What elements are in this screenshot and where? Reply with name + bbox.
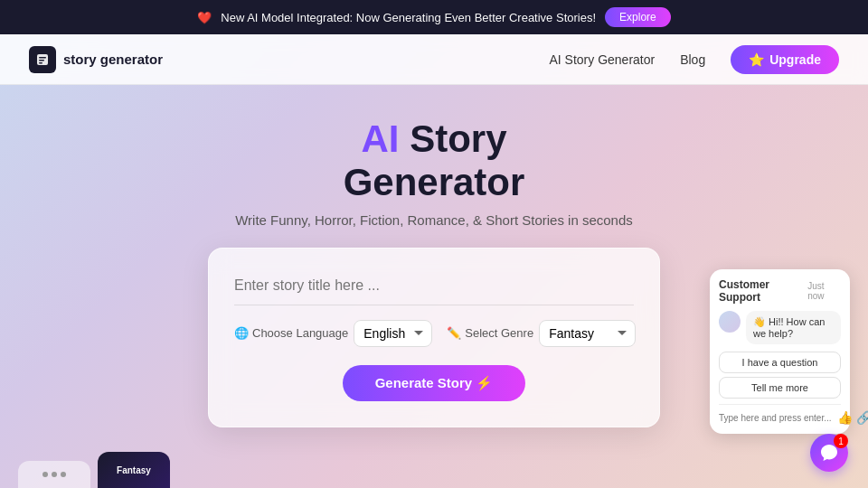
- notification-bar: ❤️ New AI Model Integrated: Now Generati…: [0, 0, 868, 34]
- fantasy-label: Fantasy: [117, 465, 151, 475]
- genre-selector-wrap: ✏️ Select Genre Fantasy Horror Romance F…: [447, 320, 636, 347]
- notif-message: New AI Model Integrated: Now Generating …: [221, 11, 596, 24]
- story-title-input[interactable]: [234, 270, 634, 305]
- nav-blog[interactable]: Blog: [680, 52, 705, 67]
- main-subtitle: Write Funny, Horror, Fiction, Romance, &…: [235, 212, 633, 228]
- genre-label: ✏️ Select Genre: [447, 326, 533, 340]
- chat-avatar: [719, 311, 741, 333]
- upgrade-button[interactable]: ⭐ Upgrade: [731, 45, 839, 74]
- chat-time: Just now: [807, 281, 841, 301]
- chat-input-row: 👍 🔗 😊: [719, 404, 841, 425]
- language-icon: 🌐: [234, 326, 249, 340]
- explore-button[interactable]: Explore: [605, 7, 671, 27]
- svg-rect-2: [39, 60, 44, 61]
- chat-input[interactable]: [719, 413, 834, 423]
- genre-select[interactable]: Fantasy Horror Romance Fiction Funny Sho…: [539, 320, 636, 347]
- chat-fab-badge: 1: [834, 434, 848, 448]
- bottom-cards: Fantasy: [18, 452, 170, 488]
- nav-links: AI Story Generator Blog ⭐ Upgrade: [549, 45, 839, 74]
- chat-header: Customer Support Just now: [719, 278, 841, 304]
- nav-ai-story[interactable]: AI Story Generator: [549, 52, 655, 67]
- logo-icon: [29, 46, 56, 73]
- language-selector-wrap: 🌐 Choose Language English Spanish French…: [234, 320, 432, 347]
- navbar: story generator AI Story Generator Blog …: [0, 34, 868, 85]
- selectors-row: 🌐 Choose Language English Spanish French…: [234, 320, 634, 347]
- svg-rect-3: [39, 62, 42, 64]
- page-title: AI Story Generator: [344, 117, 525, 205]
- chat-widget: Customer Support Just now 👋 Hi!! How can…: [710, 269, 850, 434]
- logo-text: story generator: [63, 52, 163, 67]
- chat-action2-button[interactable]: Tell me more: [719, 377, 841, 399]
- language-label: 🌐 Choose Language: [234, 326, 348, 340]
- bottom-card-1: [18, 461, 90, 488]
- chat-fab-button[interactable]: 1: [810, 434, 848, 472]
- upgrade-label: Upgrade: [769, 52, 821, 67]
- svg-rect-1: [39, 57, 46, 59]
- chat-link-icon[interactable]: 🔗: [856, 410, 868, 425]
- notif-heart-icon: ❤️: [197, 11, 212, 24]
- title-ai: AI: [361, 117, 410, 160]
- generator-card: 🌐 Choose Language English Spanish French…: [208, 248, 660, 427]
- title-generator: Generator: [344, 161, 525, 203]
- chat-message-row: 👋 Hi!! How can we help?: [719, 311, 841, 344]
- chat-header-title: Customer Support: [719, 278, 807, 304]
- upgrade-icon: ⭐: [749, 52, 764, 67]
- chat-action1-button[interactable]: I have a question: [719, 352, 841, 373]
- bottom-fantasy-card: Fantasy: [98, 452, 170, 488]
- title-story: Story: [410, 117, 506, 160]
- chat-like-icon[interactable]: 👍: [837, 410, 853, 425]
- language-select[interactable]: English Spanish French German Italian: [354, 320, 432, 347]
- chat-bubble: 👋 Hi!! How can we help?: [746, 311, 841, 344]
- generate-button[interactable]: Generate Story ⚡: [343, 365, 526, 401]
- genre-icon: ✏️: [447, 326, 461, 340]
- logo[interactable]: story generator: [29, 46, 163, 73]
